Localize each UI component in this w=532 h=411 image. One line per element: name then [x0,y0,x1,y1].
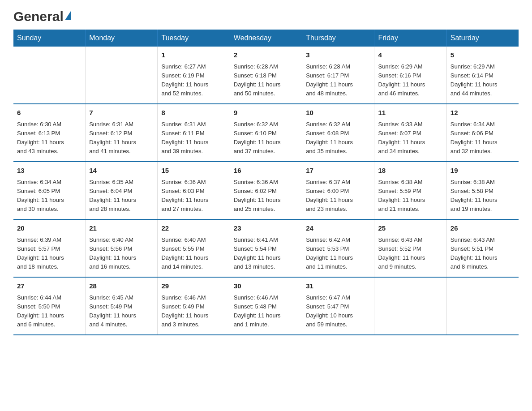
table-row: 23Sunrise: 6:41 AMSunset: 5:54 PMDayligh… [230,219,302,277]
table-row: 24Sunrise: 6:42 AMSunset: 5:53 PMDayligh… [302,219,374,277]
page-header: General [13,9,519,21]
day-number: 28 [89,281,154,291]
table-row [86,47,158,104]
day-number: 5 [450,50,515,60]
day-number: 31 [306,281,370,291]
day-number: 26 [450,223,515,234]
day-number: 6 [17,108,82,118]
day-info: Sunrise: 6:44 AMSunset: 5:50 PMDaylight:… [17,293,82,330]
day-info: Sunrise: 6:47 AMSunset: 5:47 PMDaylight:… [306,293,370,330]
day-number: 15 [161,166,226,176]
day-info: Sunrise: 6:36 AMSunset: 6:03 PMDaylight:… [161,178,226,214]
day-info: Sunrise: 6:38 AMSunset: 5:59 PMDaylight:… [378,178,442,214]
day-info: Sunrise: 6:40 AMSunset: 5:56 PMDaylight:… [89,235,154,272]
table-row: 16Sunrise: 6:36 AMSunset: 6:02 PMDayligh… [230,162,302,219]
header-saturday: Saturday [446,30,519,47]
day-number: 29 [161,281,226,291]
day-info: Sunrise: 6:46 AMSunset: 5:49 PMDaylight:… [161,293,226,330]
table-row: 31Sunrise: 6:47 AMSunset: 5:47 PMDayligh… [302,277,374,335]
day-number: 12 [450,108,515,118]
calendar-week-row: 20Sunrise: 6:39 AMSunset: 5:57 PMDayligh… [13,219,519,277]
day-number: 1 [161,50,226,60]
header-monday: Monday [86,30,158,47]
day-number: 17 [306,166,370,176]
day-number: 20 [17,223,82,234]
day-number: 22 [161,223,226,234]
header-friday: Friday [374,30,446,47]
day-info: Sunrise: 6:43 AMSunset: 5:51 PMDaylight:… [450,235,515,272]
table-row: 28Sunrise: 6:45 AMSunset: 5:49 PMDayligh… [86,277,158,335]
day-info: Sunrise: 6:38 AMSunset: 5:58 PMDaylight:… [450,178,515,214]
day-info: Sunrise: 6:28 AMSunset: 6:18 PMDaylight:… [234,62,298,98]
day-info: Sunrise: 6:32 AMSunset: 6:08 PMDaylight:… [306,120,370,156]
day-info: Sunrise: 6:31 AMSunset: 6:11 PMDaylight:… [161,120,226,156]
logo: General [13,9,71,21]
day-number: 21 [89,223,154,234]
calendar-table: Sunday Monday Tuesday Wednesday Thursday… [13,30,519,335]
day-info: Sunrise: 6:36 AMSunset: 6:02 PMDaylight:… [234,178,298,214]
day-info: Sunrise: 6:33 AMSunset: 6:07 PMDaylight:… [378,120,442,156]
table-row: 2Sunrise: 6:28 AMSunset: 6:18 PMDaylight… [230,47,302,104]
day-info: Sunrise: 6:40 AMSunset: 5:55 PMDaylight:… [161,235,226,272]
table-row: 18Sunrise: 6:38 AMSunset: 5:59 PMDayligh… [374,162,446,219]
table-row: 11Sunrise: 6:33 AMSunset: 6:07 PMDayligh… [374,104,446,162]
day-number: 24 [306,223,370,234]
day-info: Sunrise: 6:31 AMSunset: 6:12 PMDaylight:… [89,120,154,156]
calendar-header-row: Sunday Monday Tuesday Wednesday Thursday… [13,30,519,47]
table-row: 30Sunrise: 6:46 AMSunset: 5:48 PMDayligh… [230,277,302,335]
day-number: 7 [89,108,154,118]
day-number: 30 [234,281,298,291]
header-tuesday: Tuesday [158,30,230,47]
table-row: 25Sunrise: 6:43 AMSunset: 5:52 PMDayligh… [374,219,446,277]
table-row: 20Sunrise: 6:39 AMSunset: 5:57 PMDayligh… [13,219,86,277]
day-info: Sunrise: 6:28 AMSunset: 6:17 PMDaylight:… [306,62,370,98]
day-number: 10 [306,108,370,118]
day-info: Sunrise: 6:42 AMSunset: 5:53 PMDaylight:… [306,235,370,272]
day-number: 27 [17,281,82,291]
header-thursday: Thursday [302,30,374,47]
day-number: 19 [450,166,515,176]
day-info: Sunrise: 6:29 AMSunset: 6:16 PMDaylight:… [378,62,442,98]
table-row: 21Sunrise: 6:40 AMSunset: 5:56 PMDayligh… [86,219,158,277]
day-info: Sunrise: 6:27 AMSunset: 6:19 PMDaylight:… [161,62,226,98]
table-row: 27Sunrise: 6:44 AMSunset: 5:50 PMDayligh… [13,277,86,335]
day-number: 14 [89,166,154,176]
day-info: Sunrise: 6:35 AMSunset: 6:04 PMDaylight:… [89,178,154,214]
calendar-week-row: 27Sunrise: 6:44 AMSunset: 5:50 PMDayligh… [13,277,519,335]
table-row: 7Sunrise: 6:31 AMSunset: 6:12 PMDaylight… [86,104,158,162]
table-row [13,47,86,104]
table-row: 13Sunrise: 6:34 AMSunset: 6:05 PMDayligh… [13,162,86,219]
day-number: 3 [306,50,370,60]
header-sunday: Sunday [13,30,86,47]
day-number: 23 [234,223,298,234]
table-row: 1Sunrise: 6:27 AMSunset: 6:19 PMDaylight… [158,47,230,104]
table-row: 19Sunrise: 6:38 AMSunset: 5:58 PMDayligh… [446,162,519,219]
calendar-week-row: 13Sunrise: 6:34 AMSunset: 6:05 PMDayligh… [13,162,519,219]
day-info: Sunrise: 6:46 AMSunset: 5:48 PMDaylight:… [234,293,298,330]
day-number: 9 [234,108,298,118]
table-row: 6Sunrise: 6:30 AMSunset: 6:13 PMDaylight… [13,104,86,162]
header-wednesday: Wednesday [230,30,302,47]
calendar-week-row: 6Sunrise: 6:30 AMSunset: 6:13 PMDaylight… [13,104,519,162]
table-row: 22Sunrise: 6:40 AMSunset: 5:55 PMDayligh… [158,219,230,277]
table-row [374,277,446,335]
day-info: Sunrise: 6:34 AMSunset: 6:06 PMDaylight:… [450,120,515,156]
table-row: 3Sunrise: 6:28 AMSunset: 6:17 PMDaylight… [302,47,374,104]
day-info: Sunrise: 6:34 AMSunset: 6:05 PMDaylight:… [17,178,82,214]
day-number: 4 [378,50,442,60]
calendar-week-row: 1Sunrise: 6:27 AMSunset: 6:19 PMDaylight… [13,47,519,104]
table-row: 15Sunrise: 6:36 AMSunset: 6:03 PMDayligh… [158,162,230,219]
table-row: 17Sunrise: 6:37 AMSunset: 6:00 PMDayligh… [302,162,374,219]
day-info: Sunrise: 6:39 AMSunset: 5:57 PMDaylight:… [17,235,82,272]
table-row: 14Sunrise: 6:35 AMSunset: 6:04 PMDayligh… [86,162,158,219]
day-info: Sunrise: 6:45 AMSunset: 5:49 PMDaylight:… [89,293,154,330]
day-number: 11 [378,108,442,118]
day-info: Sunrise: 6:37 AMSunset: 6:00 PMDaylight:… [306,178,370,214]
table-row: 8Sunrise: 6:31 AMSunset: 6:11 PMDaylight… [158,104,230,162]
day-info: Sunrise: 6:30 AMSunset: 6:13 PMDaylight:… [17,120,82,156]
day-number: 16 [234,166,298,176]
table-row: 5Sunrise: 6:29 AMSunset: 6:14 PMDaylight… [446,47,519,104]
day-info: Sunrise: 6:43 AMSunset: 5:52 PMDaylight:… [378,235,442,272]
logo-general-text: General [13,9,64,24]
day-info: Sunrise: 6:32 AMSunset: 6:10 PMDaylight:… [234,120,298,156]
